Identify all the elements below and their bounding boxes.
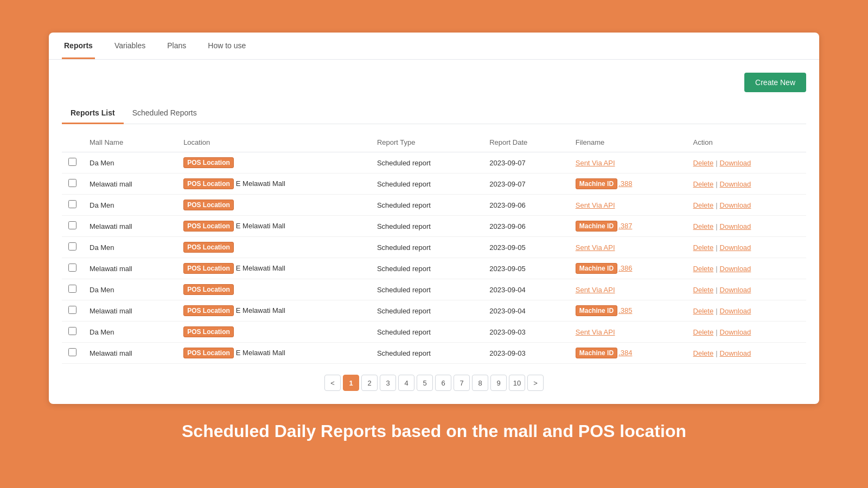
download-link[interactable]: Download <box>720 265 751 273</box>
cell-filename[interactable]: Sent Via API <box>569 152 687 174</box>
delete-link[interactable]: Delete <box>693 243 714 252</box>
machine-id-number: .388 <box>618 179 632 188</box>
action-separator: | <box>716 201 717 209</box>
row-checkbox[interactable] <box>62 237 83 258</box>
location-badge: POS Location <box>183 326 234 337</box>
download-link[interactable]: Download <box>720 243 751 252</box>
download-link[interactable]: Download <box>720 222 751 230</box>
sent-via-api-link[interactable]: Sent Via API <box>576 286 615 294</box>
cell-filename[interactable]: Sent Via API <box>569 279 687 300</box>
row-checkbox[interactable] <box>62 195 83 216</box>
create-new-button[interactable]: Create New <box>744 73 806 92</box>
location-badge: POS Location <box>183 305 234 316</box>
pagination-next[interactable]: > <box>527 375 544 391</box>
tab-reports-list[interactable]: Reports List <box>62 103 124 124</box>
cell-filename[interactable]: Sent Via API <box>569 237 687 258</box>
nav-item-plans[interactable]: Plans <box>165 34 188 59</box>
delete-link[interactable]: Delete <box>693 349 714 357</box>
row-checkbox[interactable] <box>62 152 83 174</box>
download-link[interactable]: Download <box>720 180 751 188</box>
delete-link[interactable]: Delete <box>693 307 714 315</box>
pagination-prev[interactable]: < <box>324 375 341 391</box>
delete-link[interactable]: Delete <box>693 201 714 209</box>
row-checkbox[interactable] <box>62 279 83 300</box>
cell-action: Delete | Download <box>687 237 806 258</box>
row-checkbox[interactable] <box>62 174 83 195</box>
content-area: Create New Reports ListScheduled Reports… <box>49 60 819 404</box>
action-links: Delete | Download <box>693 201 800 209</box>
sent-via-api-link[interactable]: Sent Via API <box>576 243 615 252</box>
machine-id-badge: Machine ID <box>576 221 617 232</box>
cell-filename[interactable]: Sent Via API <box>569 322 687 343</box>
download-link[interactable]: Download <box>720 159 751 167</box>
cell-report-date: 2023-09-06 <box>483 195 569 216</box>
action-separator: | <box>716 286 717 294</box>
cell-location: POS Location <box>177 322 371 343</box>
machine-id-number: .384 <box>618 349 632 357</box>
location-badge: POS Location <box>183 284 234 295</box>
tab-bar: Reports ListScheduled Reports <box>62 103 806 124</box>
sent-via-api-link[interactable]: Sent Via API <box>576 201 615 209</box>
nav-item-reports[interactable]: Reports <box>62 34 95 59</box>
action-links: Delete | Download <box>693 307 800 315</box>
cell-report-type: Scheduled report <box>371 343 483 364</box>
action-links: Delete | Download <box>693 180 800 188</box>
cell-location: POS Location <box>177 152 371 174</box>
cell-report-date: 2023-09-05 <box>483 237 569 258</box>
cell-filename: Machine ID.388 <box>569 174 687 195</box>
footer-banner: Scheduled Daily Reports based on the mal… <box>0 404 868 452</box>
delete-link[interactable]: Delete <box>693 180 714 188</box>
pagination: <12345678910> <box>62 364 806 395</box>
cell-mall-name: Da Men <box>83 152 177 174</box>
nav-item-variables[interactable]: Variables <box>112 34 148 59</box>
machine-id-number: .385 <box>618 306 632 314</box>
action-separator: | <box>716 349 717 357</box>
tab-scheduled-reports[interactable]: Scheduled Reports <box>124 103 206 124</box>
row-checkbox[interactable] <box>62 322 83 343</box>
location-badge: POS Location <box>183 242 234 253</box>
location-badge: POS Location <box>183 200 234 210</box>
pagination-page-1[interactable]: 1 <box>343 375 359 391</box>
cell-report-date: 2023-09-07 <box>483 152 569 174</box>
cell-location: POS LocationE Melawati Mall <box>177 258 371 279</box>
action-separator: | <box>716 243 717 252</box>
row-checkbox[interactable] <box>62 216 83 237</box>
pagination-page-6[interactable]: 6 <box>435 375 451 391</box>
cell-report-date: 2023-09-03 <box>483 322 569 343</box>
nav-item-how-to-use[interactable]: How to use <box>206 34 248 59</box>
row-checkbox[interactable] <box>62 300 83 322</box>
delete-link[interactable]: Delete <box>693 286 714 294</box>
pagination-page-3[interactable]: 3 <box>380 375 396 391</box>
cell-action: Delete | Download <box>687 300 806 322</box>
main-card: ReportsVariablesPlansHow to use Create N… <box>49 33 819 404</box>
pagination-page-5[interactable]: 5 <box>417 375 433 391</box>
outer-container: ReportsVariablesPlansHow to use Create N… <box>0 0 868 404</box>
sent-via-api-link[interactable]: Sent Via API <box>576 159 615 167</box>
download-link[interactable]: Download <box>720 328 751 336</box>
cell-report-type: Scheduled report <box>371 216 483 237</box>
action-links: Delete | Download <box>693 286 800 294</box>
delete-link[interactable]: Delete <box>693 265 714 273</box>
delete-link[interactable]: Delete <box>693 328 714 336</box>
row-checkbox[interactable] <box>62 258 83 279</box>
sent-via-api-link[interactable]: Sent Via API <box>576 328 615 336</box>
cell-action: Delete | Download <box>687 322 806 343</box>
download-link[interactable]: Download <box>720 286 751 294</box>
pagination-page-8[interactable]: 8 <box>472 375 488 391</box>
download-link[interactable]: Download <box>720 307 751 315</box>
download-link[interactable]: Download <box>720 349 751 357</box>
pagination-page-9[interactable]: 9 <box>490 375 507 391</box>
row-checkbox[interactable] <box>62 343 83 364</box>
cell-filename[interactable]: Sent Via API <box>569 195 687 216</box>
pagination-page-7[interactable]: 7 <box>454 375 470 391</box>
download-link[interactable]: Download <box>720 201 751 209</box>
cell-mall-name: Melawati mall <box>83 300 177 322</box>
pagination-page-2[interactable]: 2 <box>361 375 378 391</box>
delete-link[interactable]: Delete <box>693 222 714 230</box>
pagination-page-4[interactable]: 4 <box>398 375 414 391</box>
cell-location: POS LocationE Melawati Mall <box>177 174 371 195</box>
cell-mall-name: Melawati mall <box>83 343 177 364</box>
delete-link[interactable]: Delete <box>693 159 714 167</box>
cell-location: POS Location <box>177 195 371 216</box>
pagination-page-10[interactable]: 10 <box>509 375 525 391</box>
